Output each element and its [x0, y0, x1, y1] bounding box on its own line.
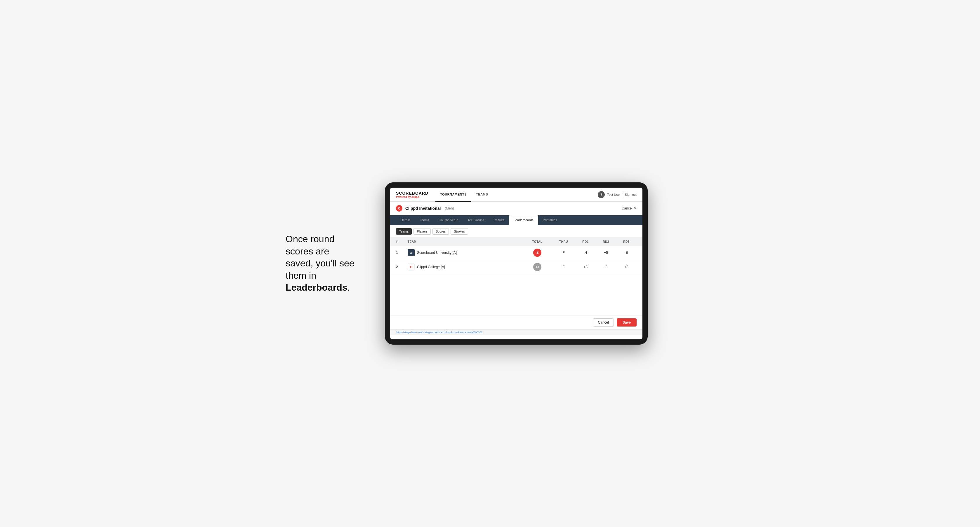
rd2-2: -8	[596, 265, 616, 269]
tournament-icon: C	[396, 205, 402, 211]
sub-navigation: Details Teams Course Setup Tee Groups Re…	[390, 215, 643, 225]
url-bar: https://stage-blue-coach.stagescoreboard…	[390, 329, 643, 335]
table-row: 2 C Clippd College [A] +3 F +8 -8	[390, 260, 643, 274]
nav-tournaments[interactable]: TOURNAMENTS	[435, 187, 471, 202]
table-row: 1 SB Scoreboard University [A] -5 F -4	[390, 246, 643, 260]
sign-out-link[interactable]: Sign out	[625, 193, 636, 196]
team-name-2: Clippd College [A]	[417, 265, 445, 269]
score-badge-2: +3	[533, 263, 541, 271]
left-description: Once round scores are saved, you'll see …	[286, 233, 368, 294]
team-logo-2: C	[408, 264, 415, 270]
rd2-1: +5	[596, 251, 616, 255]
tab-printables[interactable]: Printables	[538, 215, 562, 225]
nav-right-area: S Test User | Sign out	[598, 191, 636, 198]
user-avatar: S	[598, 191, 605, 198]
rd1-1: -4	[575, 251, 596, 255]
desc-period: .	[347, 282, 350, 293]
logo-area: SCOREBOARD Powered by clippd	[396, 191, 428, 198]
team-name-cell-1: SB Scoreboard University [A]	[408, 249, 523, 256]
tab-results[interactable]: Results	[489, 215, 509, 225]
tab-tee-groups[interactable]: Tee Groups	[463, 215, 489, 225]
thru-1: F	[552, 251, 575, 255]
user-name: Test User |	[607, 193, 622, 196]
team-name-1: Scoreboard University [A]	[417, 251, 457, 255]
tab-leaderboards[interactable]: Leaderboards	[509, 215, 538, 225]
team-logo-1: SB	[408, 249, 415, 256]
tournament-gender: (Men)	[445, 206, 454, 210]
rank-2: 2	[396, 265, 408, 269]
filter-players-button[interactable]: Players	[414, 228, 431, 235]
filter-bar: Teams Players Scores Strokes	[390, 225, 643, 238]
leaderboard-table: # TEAM TOTAL THRU RD1 RD2 RD3 1 SB Scor	[390, 238, 643, 274]
save-button[interactable]: Save	[617, 318, 636, 327]
desc-line4: them in	[286, 270, 316, 281]
nav-teams[interactable]: TEAMS	[471, 187, 493, 202]
cancel-button[interactable]: Cancel	[593, 318, 614, 327]
filter-teams-button[interactable]: Teams	[396, 228, 412, 235]
tab-teams[interactable]: Teams	[415, 215, 434, 225]
rd3-1: -6	[616, 251, 636, 255]
team-name-cell-2: C Clippd College [A]	[408, 264, 523, 270]
filter-scores-button[interactable]: Scores	[433, 228, 449, 235]
tab-course-setup[interactable]: Course Setup	[434, 215, 463, 225]
tab-details[interactable]: Details	[396, 215, 415, 225]
rank-1: 1	[396, 251, 408, 255]
desc-line2: scores are	[286, 246, 329, 257]
tournament-name: Clippd Invitational	[405, 206, 441, 211]
logo-subtitle: Powered by clippd	[396, 195, 428, 198]
filter-strokes-button[interactable]: Strokes	[450, 228, 468, 235]
rd3-2: +3	[616, 265, 636, 269]
tournament-title-area: C Clippd Invitational (Men)	[396, 205, 454, 211]
tablet-screen: SCOREBOARD Powered by clippd TOURNAMENTS…	[390, 187, 643, 340]
thru-2: F	[552, 265, 575, 269]
tournament-header: C Clippd Invitational (Men) Cancel ✕	[390, 202, 643, 215]
tablet-device: SCOREBOARD Powered by clippd TOURNAMENTS…	[385, 183, 648, 344]
logo-title: SCOREBOARD	[396, 191, 428, 195]
table-header-row: # TEAM TOTAL THRU RD1 RD2 RD3	[390, 238, 643, 246]
score-badge-1: -5	[533, 249, 541, 257]
desc-line3: saved, you'll see	[286, 258, 355, 268]
cancel-tournament-link[interactable]: Cancel ✕	[622, 206, 636, 210]
bottom-action-bar: Cancel Save	[390, 315, 643, 329]
rd1-2: +8	[575, 265, 596, 269]
desc-line1: Once round	[286, 234, 334, 244]
top-navigation: SCOREBOARD Powered by clippd TOURNAMENTS…	[390, 187, 643, 202]
nav-links: TOURNAMENTS TEAMS	[435, 187, 598, 202]
desc-bold: Leaderboards	[286, 282, 347, 293]
url-text: https://stage-blue-coach.stagescoreboard…	[396, 331, 482, 334]
